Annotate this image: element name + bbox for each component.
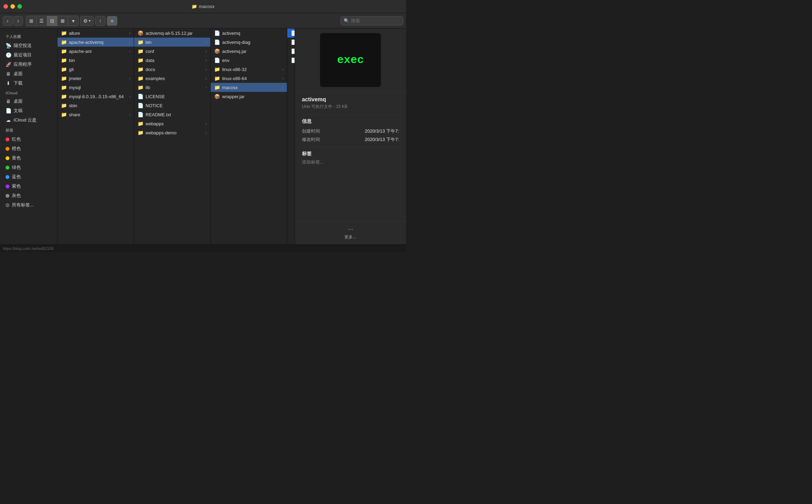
list-item[interactable]: 📦 wrapper.jar xyxy=(211,92,287,101)
list-item[interactable]: 📁 macosx › xyxy=(211,83,287,92)
chevron-right-icon: › xyxy=(206,68,207,71)
list-item[interactable]: 📄 env xyxy=(211,56,287,65)
back-button[interactable]: ‹ xyxy=(3,16,13,26)
list-item[interactable]: 📁 bin xyxy=(57,56,134,65)
close-button[interactable] xyxy=(3,4,8,9)
downloads-icon: ⬇ xyxy=(6,80,11,86)
sidebar-item-tag-red[interactable]: 红色 xyxy=(1,135,56,144)
file-icon: 📦 xyxy=(214,94,220,99)
list-item[interactable]: 📁 linux-x86-64 › xyxy=(211,74,287,83)
action-button[interactable]: ⚙ ▾ xyxy=(80,16,94,26)
list-item[interactable]: 📁 mysql xyxy=(57,83,134,92)
sidebar-item-tag-green[interactable]: 绿色 xyxy=(1,163,56,172)
list-item[interactable]: 📁 linux-x86-32 › xyxy=(211,65,287,74)
list-item[interactable]: 📁 docs › xyxy=(134,65,210,74)
minimize-button[interactable] xyxy=(10,4,15,9)
sidebar-item-icloud-docs[interactable]: 📄 文稿 xyxy=(1,106,56,115)
list-item[interactable]: 📁 bin › xyxy=(134,38,210,47)
maximize-button[interactable] xyxy=(17,4,22,9)
preview-tags-section: 标签 添加标签... xyxy=(302,147,399,165)
preview-bottom: ··· 更多... xyxy=(295,221,406,244)
sidebar-item-tag-yellow[interactable]: 黄色 xyxy=(1,153,56,163)
tag-button[interactable]: ■ xyxy=(107,16,117,26)
sidebar-item-tag-gray[interactable]: 灰色 xyxy=(1,191,56,200)
exec-preview: exec xyxy=(320,33,381,87)
sidebar-item-apps[interactable]: 🚀 应用程序 xyxy=(1,60,56,69)
list-item[interactable]: 📁 lib › xyxy=(134,83,210,92)
list-item[interactable]: 📁 examples › xyxy=(134,74,210,83)
sidebar-item-all-tags[interactable]: 所有标签... xyxy=(1,200,56,210)
chevron-right-icon: › xyxy=(206,86,207,89)
main-content: 个人收藏 📡 隔空投送 🕐 最近项目 🚀 应用程序 🖥 桌面 ⬇ 下载 iClo… xyxy=(0,29,406,244)
list-item[interactable]: 📄 README.txt xyxy=(134,110,210,119)
sidebar-item-tag-orange[interactable]: 橙色 xyxy=(1,144,56,153)
list-item[interactable]: 📄 LICENSE xyxy=(134,92,210,101)
sidebar-item-recents[interactable]: 🕐 最近项目 xyxy=(1,50,56,60)
share-icon: ↑ xyxy=(99,18,102,24)
list-item[interactable]: 📁 jmeter › xyxy=(57,74,134,83)
folder-icon: 📁 xyxy=(138,130,143,135)
folder-icon: 📁 xyxy=(61,94,67,99)
list-item[interactable]: 📁 data › xyxy=(134,56,210,65)
back-icon: ‹ xyxy=(7,18,9,24)
list-item[interactable]: 📦 activemq.jar xyxy=(211,47,287,56)
folder-icon: 📁 xyxy=(61,76,67,81)
list-item[interactable]: 📁 webapps › xyxy=(134,119,210,128)
file-icon: 📄 xyxy=(138,112,143,117)
list-item[interactable]: 📄 NOTICE xyxy=(134,101,210,110)
list-item[interactable]: 📁 conf › xyxy=(134,47,210,56)
preview-info: activemq Unix 可执行文件 - 15 KB 信息 创建时间 2020… xyxy=(295,91,406,165)
sidebar-item-airdrop[interactable]: 📡 隔空投送 xyxy=(1,41,56,50)
search-input[interactable] xyxy=(351,18,400,23)
file-column-1: 📁 allure › 📁 apache-activemq › 📁 apache-… xyxy=(57,29,134,244)
more-icon[interactable]: ··· xyxy=(348,226,353,233)
list-item[interactable]: 📄 wrapper.conf xyxy=(287,56,295,65)
recents-icon: 🕐 xyxy=(6,52,11,58)
list-item[interactable]: 📁 mysql-8.0.19...0.15-x86_64 › xyxy=(57,92,134,101)
icloud-desktop-icon: 🖥 xyxy=(6,99,11,104)
file-column-3: 📄 activemq 📄 activemq-diag 📦 activemq.ja… xyxy=(211,29,287,244)
sidebar-item-downloads[interactable]: ⬇ 下载 xyxy=(1,79,56,88)
list-item[interactable]: 📁 git xyxy=(57,65,134,74)
apps-icon: 🚀 xyxy=(6,62,11,67)
search-box[interactable]: 🔍 xyxy=(341,16,403,25)
list-item[interactable]: 📁 share › xyxy=(57,110,134,119)
preview-tags-title: 标签 xyxy=(302,151,399,157)
share-button[interactable]: ↑ xyxy=(95,16,106,26)
list-item[interactable]: 📄 libwrapper.jnilib xyxy=(287,38,295,47)
tags-section-title: 标签 xyxy=(0,125,57,134)
icon-view-button[interactable]: ⊞ xyxy=(26,16,37,26)
gallery-view-button[interactable]: ⊠ xyxy=(57,16,68,26)
list-item[interactable]: 📁 allure › xyxy=(57,29,134,38)
list-item[interactable]: 📄 activemq-diag xyxy=(211,38,287,47)
list-item[interactable]: 📄 activemq xyxy=(211,29,287,38)
chevron-right-icon: › xyxy=(129,95,130,99)
tag-all-dot xyxy=(6,203,9,207)
file-column-4: 📄 activemq 📄 libwrapper.jnilib 📄 wrapper… xyxy=(287,29,295,244)
list-item[interactable]: 📁 webapps-demo › xyxy=(134,128,210,137)
file-icon: 📄 xyxy=(138,94,143,99)
sidebar-item-tag-purple[interactable]: 紫色 xyxy=(1,182,56,191)
url-bar: https://blog.csdn.net/wd52100 xyxy=(0,244,406,252)
preview-add-tag[interactable]: 添加标签... xyxy=(302,159,399,165)
file-browser: 📁 allure › 📁 apache-activemq › 📁 apache-… xyxy=(57,29,295,244)
list-item[interactable]: 📦 activemq-all-5.15.12.jar xyxy=(134,29,210,38)
sidebar-item-icloud-drive[interactable]: ☁ iCloud 云盘 xyxy=(1,116,56,125)
list-view-button[interactable]: ☰ xyxy=(37,16,47,26)
forward-button[interactable]: › xyxy=(13,16,23,26)
sidebar-item-desktop[interactable]: 🖥 桌面 xyxy=(1,69,56,78)
list-item[interactable]: 📁 sbin xyxy=(57,101,134,110)
sidebar-item-tag-blue[interactable]: 蓝色 xyxy=(1,172,56,181)
sidebar-label-tag-gray: 灰色 xyxy=(12,192,21,199)
list-item[interactable]: 📄 wrapper xyxy=(287,47,295,56)
view-options-button[interactable]: ▾ xyxy=(68,16,78,26)
sidebar-item-icloud-desktop[interactable]: 🖥 桌面 xyxy=(1,97,56,106)
more-label[interactable]: 更多... xyxy=(344,234,356,240)
list-item[interactable]: 📁 apache-activemq › xyxy=(57,38,134,47)
column-view-button[interactable]: ⊟ xyxy=(47,16,57,26)
list-item[interactable]: 📁 apache-ant › xyxy=(57,47,134,56)
sidebar-label-tag-purple: 紫色 xyxy=(12,183,21,189)
preview-divider-2 xyxy=(302,147,399,147)
list-item[interactable]: 📄 activemq xyxy=(287,29,295,38)
preview-icon-area: exec xyxy=(295,29,406,91)
